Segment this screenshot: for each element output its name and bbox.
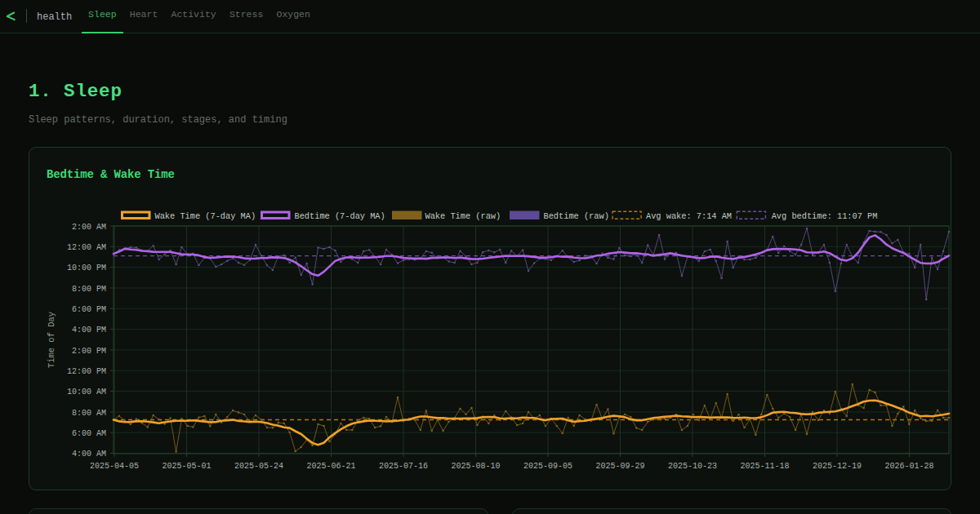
svg-text:6:00 AM: 6:00 AM bbox=[72, 429, 106, 438]
svg-text:12:00 PM: 12:00 PM bbox=[67, 367, 106, 376]
svg-text:Bedtime (7-day MA): Bedtime (7-day MA) bbox=[295, 211, 385, 221]
svg-text:2025-11-18: 2025-11-18 bbox=[740, 462, 789, 471]
svg-text:Bedtime (raw): Bedtime (raw) bbox=[544, 211, 609, 221]
svg-text:2:00 PM: 2:00 PM bbox=[72, 347, 106, 356]
svg-text:10:00 AM: 10:00 AM bbox=[67, 388, 106, 397]
svg-text:2025-10-23: 2025-10-23 bbox=[668, 462, 717, 471]
svg-text:8:00 PM: 8:00 PM bbox=[72, 285, 106, 294]
svg-text:2026-01-28: 2026-01-28 bbox=[884, 462, 933, 471]
svg-text:2025-12-19: 2025-12-19 bbox=[813, 462, 862, 471]
svg-text:8:00 AM: 8:00 AM bbox=[72, 409, 106, 418]
svg-text:2:00 AM: 2:00 AM bbox=[72, 223, 106, 232]
svg-text:Wake Time (7-day MA): Wake Time (7-day MA) bbox=[155, 211, 256, 221]
svg-text:2025-06-21: 2025-06-21 bbox=[306, 462, 355, 471]
svg-text:Time of Day: Time of Day bbox=[47, 312, 56, 368]
svg-text:2025-08-10: 2025-08-10 bbox=[451, 462, 500, 471]
svg-text:12:00 AM: 12:00 AM bbox=[67, 243, 106, 252]
svg-text:Avg wake: 7:14 AM: Avg wake: 7:14 AM bbox=[646, 211, 732, 221]
svg-text:10:00 PM: 10:00 PM bbox=[67, 264, 106, 273]
svg-text:4:00 AM: 4:00 AM bbox=[72, 450, 106, 459]
svg-text:2025-04-05: 2025-04-05 bbox=[90, 462, 139, 471]
svg-text:2025-09-29: 2025-09-29 bbox=[595, 462, 644, 471]
svg-text:4:00 PM: 4:00 PM bbox=[72, 326, 106, 335]
svg-text:2025-05-24: 2025-05-24 bbox=[234, 462, 283, 471]
svg-text:6:00 PM: 6:00 PM bbox=[72, 305, 106, 314]
svg-text:2025-05-01: 2025-05-01 bbox=[162, 462, 211, 471]
svg-text:2025-09-05: 2025-09-05 bbox=[523, 462, 572, 471]
svg-text:2025-07-16: 2025-07-16 bbox=[379, 462, 428, 471]
svg-text:Wake Time (raw): Wake Time (raw) bbox=[425, 211, 501, 221]
svg-text:Avg bedtime: 11:07 PM: Avg bedtime: 11:07 PM bbox=[772, 211, 878, 221]
